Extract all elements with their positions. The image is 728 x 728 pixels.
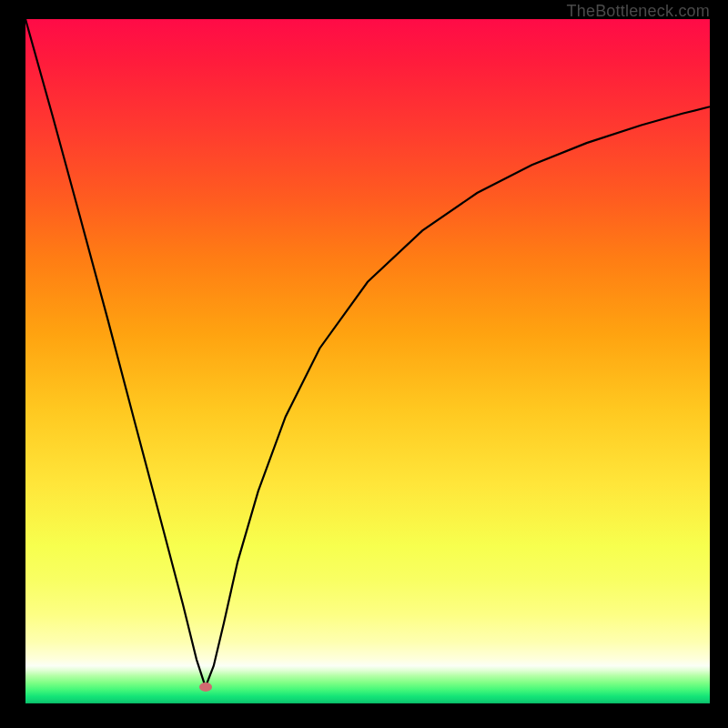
chart-stage: TheBottleneck.com [0, 0, 728, 728]
plot-area [25, 19, 710, 703]
watermark-text: TheBottleneck.com [567, 2, 710, 21]
bottleneck-curve [25, 19, 710, 703]
optimum-marker [199, 682, 212, 692]
